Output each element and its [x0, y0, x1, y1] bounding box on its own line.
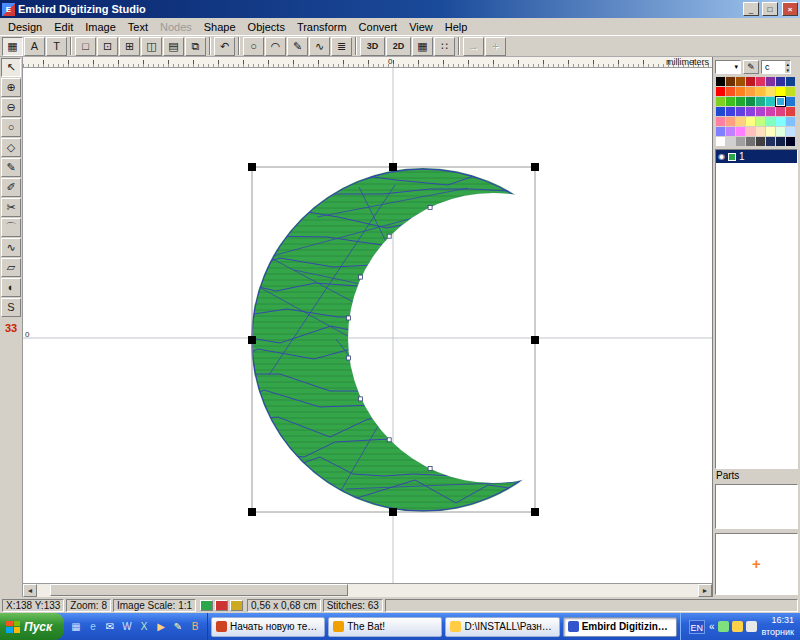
column-shape-button[interactable]: ≣: [331, 37, 352, 56]
update-tray-icon[interactable]: [732, 621, 743, 632]
stitch-tool-button[interactable]: S: [1, 298, 21, 317]
selection-handle[interactable]: [389, 508, 397, 516]
selection-handle[interactable]: [389, 163, 397, 171]
show-desktop-icon[interactable]: ▦: [69, 620, 83, 634]
menu-design[interactable]: Design: [2, 20, 48, 34]
status-color-swatch-1[interactable]: [200, 600, 213, 611]
spin-down-icon[interactable]: ▾: [786, 67, 789, 73]
title-bar[interactable]: E Embird Digitizing Studio _ □ ×: [0, 0, 800, 18]
palette-color-45[interactable]: [756, 127, 765, 136]
curve-shape-button[interactable]: ∿: [309, 37, 330, 56]
word-icon[interactable]: W: [120, 620, 134, 634]
palette-color-43[interactable]: [736, 127, 745, 136]
palette-color-27[interactable]: [736, 107, 745, 116]
taskbar-task-2[interactable]: The Bat!: [328, 617, 442, 637]
palette-color-34[interactable]: [726, 117, 735, 126]
palette-color-36[interactable]: [746, 117, 755, 126]
palette-color-48[interactable]: [786, 127, 795, 136]
menu-image[interactable]: Image: [79, 20, 122, 34]
arc-tool-button[interactable]: ⌒: [1, 218, 21, 237]
internet-explorer-icon[interactable]: e: [86, 620, 100, 634]
antivirus-tray-icon[interactable]: [718, 621, 729, 632]
scroll-right-button[interactable]: ►: [698, 584, 712, 597]
selection-handle[interactable]: [248, 336, 256, 344]
palette-color-42[interactable]: [726, 127, 735, 136]
excel-icon[interactable]: X: [137, 620, 151, 634]
palette-color-19[interactable]: [736, 97, 745, 106]
palette-color-49[interactable]: [716, 137, 725, 146]
scissors-tool-button[interactable]: ✂: [1, 198, 21, 217]
print-button[interactable]: ▤: [163, 37, 184, 56]
palette-color-30[interactable]: [766, 107, 775, 116]
zoom-out-tool-button[interactable]: ⊖: [1, 98, 21, 117]
palette-color-6[interactable]: [766, 77, 775, 86]
palette-color-16[interactable]: [786, 87, 795, 96]
text-tool-button[interactable]: T: [46, 37, 67, 56]
fill-tool-button[interactable]: ◐: [1, 278, 21, 297]
menu-convert[interactable]: Convert: [353, 20, 404, 34]
palette-color-9[interactable]: [716, 87, 725, 96]
selection-handle[interactable]: [248, 163, 256, 171]
palette-color-2[interactable]: [726, 77, 735, 86]
scrollbar-track[interactable]: [37, 584, 698, 597]
new-file-button[interactable]: □: [75, 37, 96, 56]
maximize-button[interactable]: □: [762, 2, 778, 16]
palette-color-52[interactable]: [746, 137, 755, 146]
design-workspace[interactable]: 0: [23, 68, 712, 583]
palette-color-37[interactable]: [756, 117, 765, 126]
status-color-swatch-2[interactable]: [215, 600, 228, 611]
stitch-grid-button[interactable]: ▦: [412, 37, 433, 56]
pen-tool-button[interactable]: ✎: [1, 158, 21, 177]
palette-color-26[interactable]: [726, 107, 735, 116]
menu-text[interactable]: Text: [122, 20, 154, 34]
wave-tool-button[interactable]: ∿: [1, 238, 21, 257]
taskbar-task-3[interactable]: D:\INSTALL\Разное\Embird: [445, 617, 559, 637]
palette-color-25[interactable]: [716, 107, 725, 116]
palette-color-3[interactable]: [736, 77, 745, 86]
selection-handle[interactable]: [531, 163, 539, 171]
view-2d-button[interactable]: 2D: [386, 37, 411, 56]
media-player-icon[interactable]: ▶: [154, 620, 168, 634]
design-grid-button[interactable]: ▦: [2, 37, 23, 56]
the-bat-icon[interactable]: B: [188, 620, 202, 634]
palette-color-18[interactable]: [726, 97, 735, 106]
palette-color-11[interactable]: [736, 87, 745, 96]
palette-color-22[interactable]: [766, 97, 775, 106]
open-file-button[interactable]: ⊡: [97, 37, 118, 56]
menu-objects[interactable]: Objects: [242, 20, 291, 34]
shape-tool-button[interactable]: ▱: [1, 258, 21, 277]
palette-color-31[interactable]: [776, 107, 785, 116]
color-index-spinner[interactable]: ▴ ▾: [785, 61, 790, 73]
palette-color-5[interactable]: [756, 77, 765, 86]
pick-color-button[interactable]: ✎: [743, 60, 759, 74]
palette-color-28[interactable]: [746, 107, 755, 116]
start-button[interactable]: Пуск: [0, 613, 64, 640]
menu-edit[interactable]: Edit: [48, 20, 79, 34]
pencil-tool-button[interactable]: ✐: [1, 178, 21, 197]
palette-color-55[interactable]: [776, 137, 785, 146]
palette-style-dropdown[interactable]: ▾: [715, 60, 741, 74]
palette-color-1[interactable]: [716, 77, 725, 86]
eye-icon[interactable]: ◉: [718, 152, 725, 161]
stitch-points-button[interactable]: ∷: [434, 37, 455, 56]
tray-chevron-icon[interactable]: «: [709, 621, 715, 632]
palette-color-24[interactable]: [786, 97, 795, 106]
menu-shape[interactable]: Shape: [198, 20, 242, 34]
palette-color-29[interactable]: [756, 107, 765, 116]
notes-icon[interactable]: ✎: [171, 620, 185, 634]
clock[interactable]: 16:31 вторник: [761, 615, 794, 638]
menu-help[interactable]: Help: [439, 20, 474, 34]
ellipse-shape-button[interactable]: ○: [243, 37, 264, 56]
palette-color-8[interactable]: [786, 77, 795, 86]
palette-color-17[interactable]: [716, 97, 725, 106]
palette-color-44[interactable]: [746, 127, 755, 136]
selection-handle[interactable]: [531, 508, 539, 516]
palette-color-14[interactable]: [766, 87, 775, 96]
import-image-button[interactable]: ⊞: [119, 37, 140, 56]
palette-color-23[interactable]: [776, 97, 785, 106]
parts-list[interactable]: [715, 484, 798, 529]
palette-color-40[interactable]: [786, 117, 795, 126]
palette-color-46[interactable]: [766, 127, 775, 136]
menu-view[interactable]: View: [403, 20, 439, 34]
palette-color-13[interactable]: [756, 87, 765, 96]
